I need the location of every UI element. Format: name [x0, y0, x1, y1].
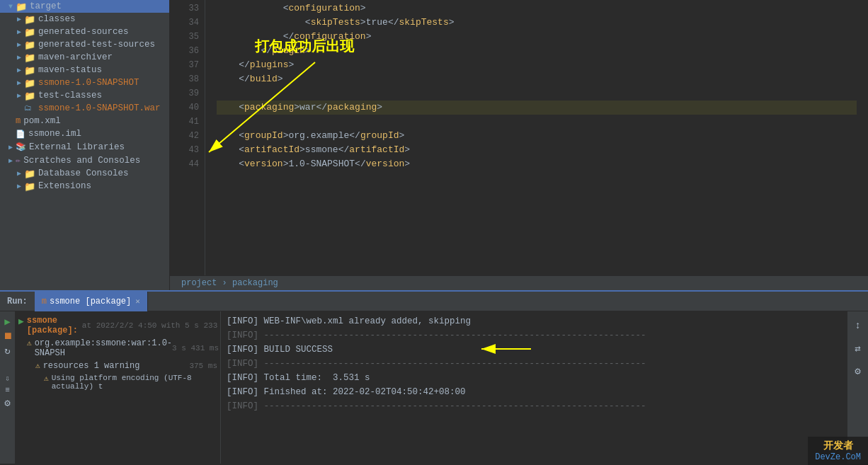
run-item-ssmone-package[interactable]: ▶ ssmone [package]: at 2022/2/2 4:50 wit…: [16, 314, 220, 337]
iml-icon: 📄: [16, 130, 25, 139]
tree-arrow: [14, 15, 24, 23]
sidebar-item-ssmone-iml[interactable]: ▶ 📄 ssmone.iml: [0, 127, 169, 140]
run-tab-bar: Run: m ssmone [package] ✕: [0, 292, 868, 311]
run-tab-ssmone[interactable]: m ssmone [package] ✕: [35, 292, 148, 311]
sidebar-item-label: ssmone-1.0-SNAPSHOT: [38, 78, 139, 88]
sidebar-item-label: Scratches and Consoles: [23, 156, 140, 166]
run-item-encoding[interactable]: ⚠ Using platform encoding (UTF-8 actuall…: [16, 372, 220, 392]
warn-icon: ⚠: [27, 338, 32, 348]
code-editor: 33 34 35 36 37 38 39 40 41 42 43 44 <con…: [170, 0, 868, 290]
sidebar-item-label: ssmone.iml: [28, 129, 81, 139]
run-action-bar: ▶ ⏹ ↻ ⇩ ≡ ⚙: [0, 311, 16, 464]
console-line-2: [INFO] ---------------------------------…: [227, 328, 841, 343]
sidebar-item-target[interactable]: 📁 target: [0, 0, 169, 13]
run-item-resources[interactable]: ⚠ resources 1 warning 375 ms: [16, 360, 220, 372]
filter-icon[interactable]: ≡: [5, 386, 10, 394]
code-line-36: </plugin>: [217, 44, 857, 58]
rerun-icon[interactable]: ↻: [4, 345, 10, 357]
code-line-41: [217, 115, 857, 129]
watermark-line1: 开发者: [815, 440, 861, 452]
folder-icon: 📁: [24, 65, 35, 75]
code-line-35: </configuration>: [217, 30, 857, 44]
sidebar-item-label: classes: [38, 14, 76, 24]
sidebar-item-war-file[interactable]: ▶ 🗂 ssmone-1.0-SNAPSHOT.war: [0, 102, 169, 115]
console-line-7: [INFO] ---------------------------------…: [227, 399, 841, 413]
breadcrumb-text: project › packaging: [181, 278, 278, 288]
cog-icon[interactable]: ⚙: [850, 362, 867, 379]
run-item-time3: 375 ms: [189, 362, 217, 370]
warn-icon-3: ⚠: [44, 374, 49, 383]
folder-icon: 📁: [24, 14, 35, 24]
sidebar-item-pom-xml[interactable]: ▶ m pom.xml: [0, 115, 169, 127]
file-tree: 📁 target 📁 classes 📁 generated-sources 📁…: [0, 0, 170, 290]
code-line-37: </plugins>: [217, 58, 857, 72]
folder-icon: 📁: [24, 78, 35, 88]
sidebar-item-label: test-classes: [38, 91, 102, 101]
sidebar-item-classes[interactable]: 📁 classes: [0, 13, 169, 25]
console-line-build-success: [INFO] BUILD SUCCESS: [227, 343, 841, 357]
sidebar-item-maven-archiver[interactable]: 📁 maven-archiver: [0, 51, 169, 64]
run-label: Run:: [0, 297, 35, 306]
tree-arrow: [14, 53, 24, 62]
sidebar-item-label: Extensions: [38, 181, 91, 191]
library-icon: 📚: [16, 142, 26, 152]
folder-icon: 📁: [24, 27, 35, 37]
settings-icon[interactable]: ⚙: [4, 397, 10, 409]
soft-wrap-icon[interactable]: ⇄: [850, 340, 867, 357]
run-item-org-example[interactable]: ⚠ org.example:ssmone:war:1.0-SNAPSH 3 s …: [16, 337, 220, 360]
code-content[interactable]: <configuration> <skipTests>true</skipTes…: [205, 0, 868, 275]
warn-icon-2: ⚠: [35, 361, 40, 370]
watermark: 开发者 DevZe.CoM: [808, 437, 868, 465]
folder-icon: 📁: [24, 168, 35, 178]
code-line-44: <version>1.0-SNAPSHOT</version>: [217, 157, 857, 171]
run-item-label: org.example:ssmone:war:1.0-SNAPSH: [35, 338, 172, 358]
code-line-38: </build>: [217, 72, 857, 86]
code-line-39: [217, 86, 857, 101]
wrap-icon[interactable]: ↕: [850, 317, 867, 334]
maven-tab-icon: m: [42, 297, 47, 306]
sidebar-item-maven-status[interactable]: 📁 maven-status: [0, 64, 169, 76]
sidebar-item-extensions[interactable]: 📁 Extensions: [0, 180, 169, 193]
tree-arrow: [14, 66, 24, 74]
watermark-line2: DevZe.CoM: [815, 452, 861, 462]
tree-arrow: [6, 3, 16, 11]
sidebar-item-label: External Libraries: [29, 142, 125, 152]
sidebar-item-external-libraries[interactable]: 📚 External Libraries: [0, 140, 169, 154]
tree-arrow: [14, 91, 24, 100]
tree-arrow: [14, 182, 24, 190]
console-line-4: [INFO] ---------------------------------…: [227, 357, 841, 371]
stop-icon[interactable]: ⏹: [3, 331, 13, 342]
line-numbers: 33 34 35 36 37 38 39 40 41 42 43 44: [170, 0, 205, 275]
sidebar-item-label: Database Consoles: [38, 168, 129, 178]
breadcrumb: project › packaging: [170, 275, 868, 290]
run-item-time: at 2022/2/2 4:50 with 5 s 233 ms: [82, 321, 221, 330]
maven-icon: m: [16, 116, 21, 126]
run-item-time2: 3 s 431 ms: [172, 344, 219, 352]
run-panel: Run: m ssmone [package] ✕ ▶ ⏹ ↻ ⇩ ≡ ⚙: [0, 290, 868, 464]
sidebar-item-ssmone-snapshot-folder[interactable]: 📁 ssmone-1.0-SNAPSHOT: [0, 76, 169, 89]
scroll-icon[interactable]: ⇩: [5, 374, 10, 383]
run-item-main-label: ssmone [package]:: [27, 316, 78, 335]
tree-arrow: [14, 169, 24, 178]
sidebar-item-generated-sources[interactable]: 📁 generated-sources: [0, 25, 169, 38]
sidebar-item-database-consoles[interactable]: 📁 Database Consoles: [0, 167, 169, 180]
code-line-42: <groupId>org.example</groupId>: [217, 129, 857, 143]
sidebar-item-scratches[interactable]: ✏ Scratches and Consoles: [0, 154, 169, 167]
console-line-6: [INFO] Finished at: 2022-02-02T04:50:42+…: [227, 385, 841, 399]
tree-arrow: [6, 143, 16, 151]
code-line-33: <configuration>: [217, 1, 857, 16]
play-icon[interactable]: ▶: [4, 316, 10, 328]
play-result-icon: ▶: [18, 316, 24, 327]
sidebar-item-test-classes[interactable]: 📁 test-classes: [0, 89, 169, 102]
sidebar-item-label: maven-archiver: [38, 52, 113, 62]
tree-arrow: [6, 156, 16, 165]
code-line-43: <artifactId>ssmone</artifactId>: [217, 143, 857, 157]
code-line-40: <packaging>war</packaging>: [217, 101, 857, 115]
code-line-34: <skipTests>true</skipTests>: [217, 16, 857, 30]
run-item-resources-label: resources 1 warning: [43, 361, 140, 371]
sidebar-item-generated-test-sources[interactable]: 📁 generated-test-sources: [0, 38, 169, 51]
console-output[interactable]: [INFO] WEB-INF\web.xml already added, sk…: [221, 311, 847, 464]
tab-close-button[interactable]: ✕: [135, 297, 140, 306]
sidebar-item-label: generated-sources: [38, 27, 129, 37]
sidebar-item-label: target: [30, 1, 62, 11]
